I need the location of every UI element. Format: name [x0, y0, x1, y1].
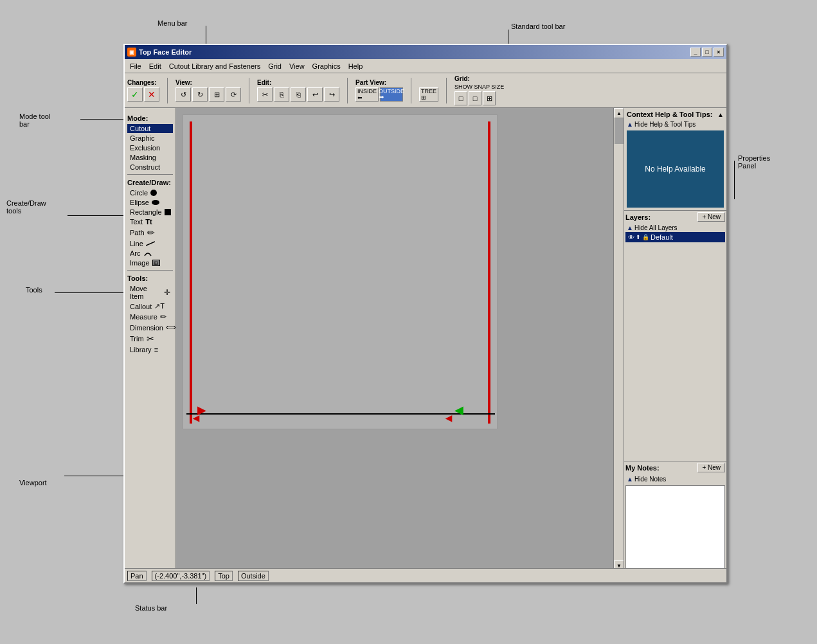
view-buttons: ↺ ↻ ⊞ ⟳ — [175, 87, 241, 102]
tool-move-item[interactable]: Move Item ✛ — [127, 284, 173, 301]
status-side: Outside — [238, 571, 269, 581]
tool-ellipse[interactable]: Elipse — [127, 198, 173, 207]
menu-bar: File Edit Cutout Library and Fasteners G… — [125, 59, 726, 73]
mode-masking[interactable]: Masking — [127, 153, 173, 162]
edit-btn1[interactable]: ✂ — [257, 87, 273, 102]
tool-circle[interactable]: Circle — [127, 188, 173, 197]
menu-edit[interactable]: Edit — [145, 61, 165, 71]
tools-annotation-label: Tools — [26, 286, 42, 294]
outside-button[interactable]: OUTSIDE⮕ — [380, 87, 403, 102]
menu-grid[interactable]: Grid — [264, 61, 285, 71]
changes-buttons: ✓ ✕ — [127, 87, 159, 102]
menu-cutout[interactable]: Cutout Library and Fasteners — [165, 61, 264, 71]
accept-button[interactable]: ✓ — [127, 87, 143, 102]
reject-button[interactable]: ✕ — [144, 87, 159, 102]
tool-line[interactable]: Line — [127, 239, 173, 248]
dimension-label: Dimension — [130, 324, 163, 332]
trim-icon: ✂ — [147, 334, 154, 344]
tree-button[interactable]: TREE⊞ — [419, 87, 438, 102]
new-layer-button[interactable]: + New — [697, 212, 725, 222]
menu-bar-label: Menu bar — [157, 19, 187, 27]
menu-file[interactable]: File — [126, 61, 145, 71]
measure-icon: ✏ — [160, 312, 166, 321]
layer-lock-icon: 🔒 — [642, 234, 649, 240]
help-content-area: No Help Available — [627, 130, 724, 208]
edit-btn2[interactable]: ⎘ — [274, 87, 289, 102]
layer-default[interactable]: 👁 ⬆ 🔒 Default — [625, 232, 725, 242]
status-bar-label: Status bar — [135, 604, 167, 612]
viewport[interactable]: ▼ ▶ ▼ ◀ ▲ ▼ ◀ ▶ — [176, 108, 624, 581]
view-btn4[interactable]: ⟳ — [226, 87, 241, 102]
maximize-button[interactable]: □ — [702, 48, 712, 57]
view-btn3[interactable]: ⊞ — [209, 87, 224, 102]
layers-header: Layers: + New — [625, 212, 725, 222]
create-draw-line — [67, 215, 125, 216]
minimize-button[interactable]: _ — [690, 48, 701, 57]
redo-button[interactable]: ↪ — [324, 87, 339, 102]
scroll-up-btn[interactable]: ▲ — [614, 108, 624, 118]
collapse-arrow-layers: ▲ — [627, 224, 633, 231]
tool-path[interactable]: Path ✏ — [127, 227, 173, 238]
status-pan: Pan — [127, 571, 147, 581]
grid-show[interactable]: □ — [454, 91, 467, 105]
tool-arc[interactable]: Arc — [127, 249, 173, 258]
mode-graphic[interactable]: Graphic — [127, 134, 173, 143]
view-btn2[interactable]: ↻ — [192, 87, 208, 102]
path-icon: ✏ — [147, 228, 155, 238]
svg-line-0 — [146, 242, 155, 246]
path-label: Path — [130, 229, 145, 237]
tool-image[interactable]: Image 🖼 — [127, 258, 173, 267]
measure-label: Measure — [130, 313, 157, 321]
divider2 — [127, 270, 173, 271]
divider1 — [127, 174, 173, 175]
close-button[interactable]: × — [714, 48, 724, 57]
inside-button[interactable]: INSIDE⬅ — [355, 87, 379, 102]
view-btn1[interactable]: ↺ — [175, 87, 191, 102]
mode-toolbar-label: Mode toolbar — [19, 112, 50, 128]
new-note-button[interactable]: + New — [697, 463, 725, 472]
scroll-up-help[interactable]: ▲ — [717, 111, 724, 118]
scroll-thumb-v[interactable] — [615, 118, 624, 144]
image-label: Image — [130, 259, 150, 267]
create-draw-label: Create/Drawtools — [6, 199, 46, 215]
mode-cutout[interactable]: Cutout — [127, 124, 173, 133]
hide-help-btn[interactable]: ▲ Hide Help & Tool Tips — [625, 120, 725, 129]
rect-icon — [165, 209, 171, 215]
text-label: Text — [130, 218, 143, 226]
hide-all-layers-btn[interactable]: ▲ Hide All Layers — [625, 224, 725, 232]
menu-view[interactable]: View — [285, 61, 309, 71]
vertical-scrollbar[interactable]: ▲ ▼ — [613, 108, 624, 571]
tool-text[interactable]: Text Tt — [127, 217, 173, 226]
image-icon: 🖼 — [152, 260, 160, 266]
grid-size[interactable]: ⊞ — [483, 91, 496, 105]
tool-callout[interactable]: Callout ↗T — [127, 301, 173, 311]
notes-title: My Notes: — [625, 464, 660, 472]
menu-help[interactable]: Help — [345, 61, 367, 71]
status-view: Top — [215, 571, 233, 581]
mode-construct[interactable]: Construct — [127, 163, 173, 172]
properties-line — [734, 161, 735, 199]
tool-measure[interactable]: Measure ✏ — [127, 312, 173, 322]
edit-btn3[interactable]: ⎗ — [291, 87, 306, 102]
grid-label: Grid: — [454, 75, 504, 82]
window-title: Top Face Editor — [139, 48, 192, 56]
undo-button[interactable]: ↩ — [307, 87, 323, 102]
grid-snap[interactable]: □ — [469, 91, 481, 105]
title-bar: ▣ Top Face Editor _ □ × — [125, 45, 726, 59]
menu-graphics[interactable]: Graphics — [309, 61, 345, 71]
tool-trim[interactable]: Trim ✂ — [127, 333, 173, 344]
view-label: View: — [175, 79, 241, 86]
title-bar-controls: _ □ × — [690, 48, 724, 57]
arc-icon — [143, 250, 152, 256]
layers-section: Layers: + New ▲ Hide All Layers 👁 ⬆ 🔒 De… — [624, 211, 726, 461]
grid-group: Grid: SHOW SNAP SIZE □ □ ⊞ — [454, 75, 504, 105]
tool-rectangle[interactable]: Rectangle — [127, 208, 173, 217]
changes-group: Changes: ✓ ✕ — [127, 79, 159, 102]
part-view-group: Part View: INSIDE⬅ OUTSIDE⮕ — [355, 79, 403, 102]
edit-buttons: ✂ ⎘ ⎗ ↩ ↪ — [257, 87, 339, 102]
changes-label: Changes: — [127, 79, 159, 86]
mode-exclusion[interactable]: Exclusion — [127, 143, 173, 152]
tool-dimension[interactable]: Dimension ⟺ — [127, 323, 173, 332]
hide-notes-btn[interactable]: ▲ Hide Notes — [625, 474, 725, 484]
tool-library[interactable]: Library ≡ — [127, 345, 173, 354]
